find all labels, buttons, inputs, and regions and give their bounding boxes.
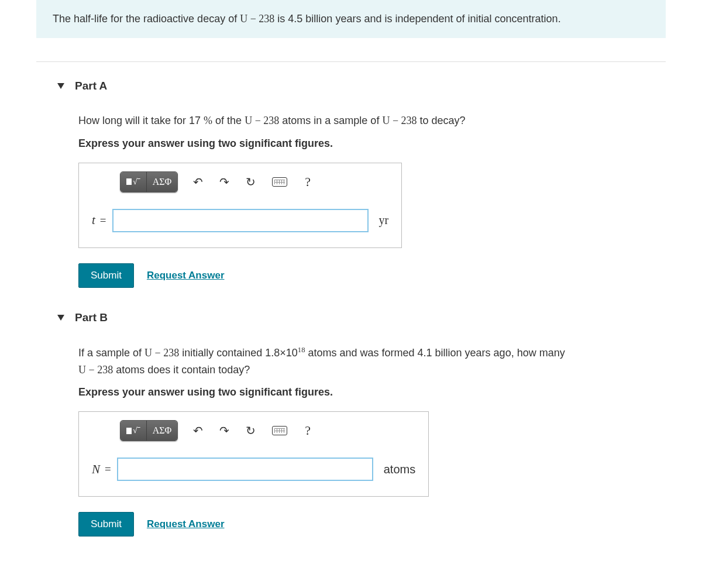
undo-button[interactable]: ↶ bbox=[185, 421, 211, 441]
keyboard-button[interactable] bbox=[264, 421, 295, 441]
nuclide-mass: 238 bbox=[259, 13, 274, 25]
undo-icon: ↶ bbox=[193, 175, 203, 189]
intro-text-suffix: is 4.5 billion years and is independent … bbox=[274, 13, 560, 25]
greek-label: ΑΣΦ bbox=[153, 425, 172, 436]
problem-intro: The half-life for the radioactive decay … bbox=[36, 0, 666, 38]
help-icon: ? bbox=[305, 174, 311, 190]
part-a-instruction: Express your answer using two significan… bbox=[78, 137, 666, 150]
greek-label: ΑΣΦ bbox=[153, 177, 172, 187]
part-b-title: Part B bbox=[75, 311, 108, 324]
part-b: Part B If a sample of U − 238 initially … bbox=[36, 305, 666, 537]
templates-icon: √ bbox=[126, 427, 140, 435]
part-a-answer-box: √ ΑΣΦ ↶ ↷ ↻ bbox=[78, 163, 402, 248]
part-a-toolbar: √ ΑΣΦ ↶ ↷ ↻ bbox=[79, 163, 401, 198]
equals-sign: = bbox=[100, 214, 106, 227]
keyboard-icon bbox=[272, 177, 287, 187]
help-icon: ? bbox=[305, 423, 311, 438]
format-button-group: √ ΑΣΦ bbox=[120, 171, 178, 192]
part-a-unit: yr bbox=[379, 214, 389, 227]
templates-button[interactable]: √ bbox=[121, 172, 147, 192]
part-b-header[interactable]: Part B bbox=[36, 305, 666, 332]
collapse-caret-icon bbox=[57, 83, 64, 89]
part-b-unit: atoms bbox=[384, 463, 415, 476]
undo-icon: ↶ bbox=[193, 424, 203, 438]
part-b-answer-box: √ ΑΣΦ ↶ ↷ ↻ bbox=[78, 411, 429, 497]
part-b-variable: N bbox=[92, 462, 100, 477]
equals-sign: = bbox=[105, 463, 111, 476]
part-a-request-answer-link[interactable]: Request Answer bbox=[147, 270, 225, 281]
part-b-submit-button[interactable]: Submit bbox=[78, 512, 134, 537]
part-b-answer-input[interactable] bbox=[117, 458, 373, 481]
part-b-request-answer-link[interactable]: Request Answer bbox=[147, 518, 225, 530]
undo-button[interactable]: ↶ bbox=[185, 172, 211, 192]
reset-icon: ↻ bbox=[246, 424, 256, 438]
help-button[interactable]: ? bbox=[295, 421, 320, 441]
part-b-actions: Submit Request Answer bbox=[78, 512, 666, 537]
part-a-answer-input[interactable] bbox=[112, 209, 369, 232]
part-b-toolbar: √ ΑΣΦ ↶ ↷ ↻ bbox=[79, 412, 428, 447]
part-b-body: If a sample of U − 238 initially contain… bbox=[36, 332, 666, 537]
part-b-input-row: N = atoms bbox=[79, 447, 428, 496]
help-button[interactable]: ? bbox=[295, 172, 320, 192]
intro-text-prefix: The half-life for the radioactive decay … bbox=[53, 13, 240, 25]
part-b-question: If a sample of U − 238 initially contain… bbox=[78, 344, 666, 379]
nuclide-dash: − bbox=[247, 13, 259, 25]
part-b-instruction: Express your answer using two significan… bbox=[78, 386, 666, 398]
redo-icon: ↷ bbox=[219, 175, 229, 189]
reset-icon: ↻ bbox=[246, 175, 256, 189]
part-a: Part A How long will it take for 17 % of… bbox=[36, 74, 666, 288]
part-a-input-row: t = yr bbox=[79, 198, 401, 247]
part-a-body: How long will it take for 17 % of the U … bbox=[36, 101, 666, 288]
collapse-caret-icon bbox=[57, 315, 64, 321]
greek-button[interactable]: ΑΣΦ bbox=[147, 421, 178, 441]
redo-icon: ↷ bbox=[219, 424, 229, 438]
part-a-header[interactable]: Part A bbox=[36, 74, 666, 101]
part-a-actions: Submit Request Answer bbox=[78, 263, 666, 288]
keyboard-button[interactable] bbox=[264, 172, 295, 192]
greek-button[interactable]: ΑΣΦ bbox=[147, 172, 178, 192]
reset-button[interactable]: ↻ bbox=[238, 421, 264, 441]
nuclide-symbol: U bbox=[240, 13, 247, 25]
reset-button[interactable]: ↻ bbox=[238, 172, 264, 192]
redo-button[interactable]: ↷ bbox=[211, 172, 238, 192]
redo-button[interactable]: ↷ bbox=[211, 421, 238, 441]
keyboard-icon bbox=[272, 426, 287, 435]
divider bbox=[36, 61, 666, 62]
templates-icon: √ bbox=[126, 178, 140, 186]
part-a-question: How long will it take for 17 % of the U … bbox=[78, 112, 666, 129]
templates-button[interactable]: √ bbox=[121, 421, 147, 441]
part-a-title: Part A bbox=[75, 80, 107, 92]
part-a-variable: t bbox=[92, 213, 95, 228]
part-a-submit-button[interactable]: Submit bbox=[78, 263, 134, 288]
format-button-group: √ ΑΣΦ bbox=[120, 420, 178, 441]
